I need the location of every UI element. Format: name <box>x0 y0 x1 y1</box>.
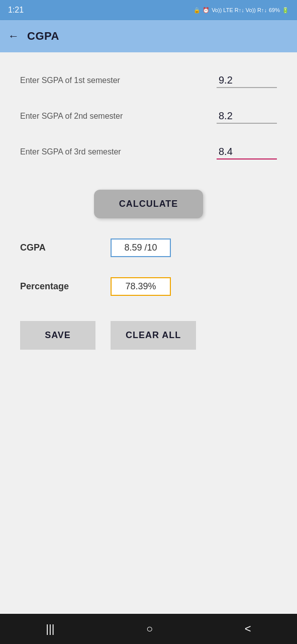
menu-icon[interactable]: ||| <box>46 622 54 635</box>
cgpa-label: CGPA <box>20 243 111 253</box>
cgpa-value-box: 8.59 /10 <box>111 238 171 257</box>
app-bar: ← CGPA <box>0 20 297 52</box>
percentage-result-row: Percentage 78.39% <box>20 277 277 296</box>
status-time: 1:21 <box>8 6 24 15</box>
sgpa-row-2: Enter SGPA of 2nd semester <box>20 108 277 124</box>
clear-all-button[interactable]: CLEAR ALL <box>111 321 196 350</box>
sgpa-label-3: Enter SGPA of 3rd semester <box>20 147 121 156</box>
sgpa-row-3: Enter SGPA of 3rd semester <box>20 144 277 159</box>
percentage-label: Percentage <box>20 281 111 292</box>
battery-icon: 🔒 <box>193 7 201 14</box>
action-buttons: SAVE CLEAR ALL <box>20 321 277 350</box>
alarm-icon: ⏰ <box>203 7 210 14</box>
sgpa-input-1[interactable] <box>217 72 277 88</box>
calculate-button[interactable]: CALCULATE <box>94 190 204 218</box>
signal-icons: Vo)) LTE R↑↓ Vo)) R↑↓ <box>212 7 267 13</box>
save-button[interactable]: SAVE <box>20 321 95 350</box>
home-icon[interactable]: ○ <box>146 622 153 635</box>
sgpa-row-1: Enter SGPA of 1st semester <box>20 72 277 88</box>
battery-level: 69% <box>269 7 280 13</box>
battery-icon: 🔋 <box>282 7 289 14</box>
sgpa-label-1: Enter SGPA of 1st semester <box>20 76 120 85</box>
cgpa-result-row: CGPA 8.59 /10 <box>20 238 277 257</box>
back-button[interactable]: ← <box>8 30 19 43</box>
sgpa-input-3[interactable] <box>217 144 277 159</box>
status-bar: 1:21 🔒 ⏰ Vo)) LTE R↑↓ Vo)) R↑↓ 69% 🔋 <box>0 0 297 20</box>
page-title: CGPA <box>27 30 59 43</box>
nav-bar: ||| ○ < <box>0 614 297 644</box>
main-content: Enter SGPA of 1st semester Enter SGPA of… <box>0 52 297 614</box>
percentage-value-box: 78.39% <box>111 277 171 296</box>
calculate-section: CALCULATE <box>20 190 277 218</box>
back-nav-icon[interactable]: < <box>245 622 251 635</box>
status-icons: 🔒 ⏰ Vo)) LTE R↑↓ Vo)) R↑↓ 69% 🔋 <box>193 7 289 14</box>
sgpa-label-2: Enter SGPA of 2nd semester <box>20 112 123 121</box>
sgpa-input-2[interactable] <box>217 108 277 124</box>
